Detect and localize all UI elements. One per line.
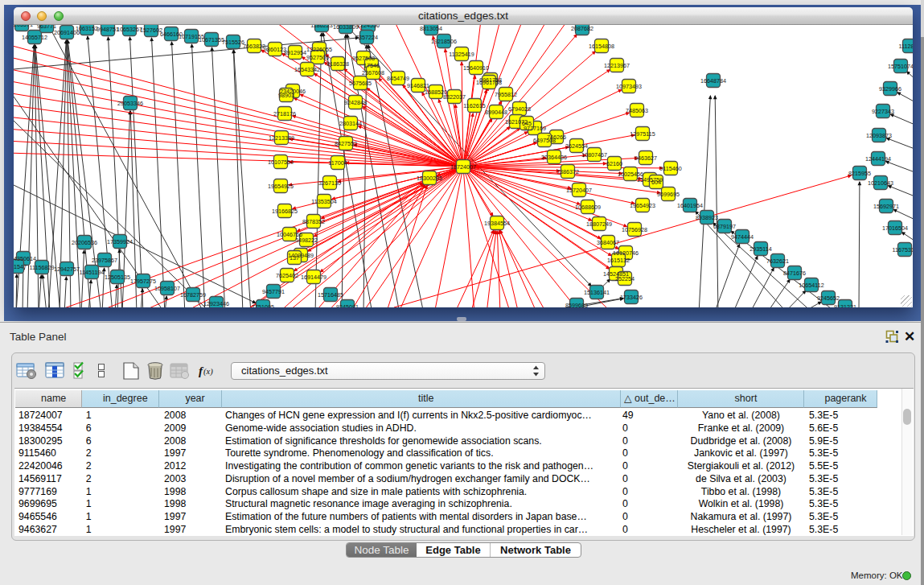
svg-text:20364436: 20364436 — [541, 154, 567, 161]
svg-text:1162615: 1162615 — [463, 102, 485, 109]
svg-text:3684067: 3684067 — [597, 239, 619, 246]
svg-text:12444194: 12444194 — [865, 155, 891, 163]
svg-text:19166825: 19166825 — [272, 208, 298, 215]
svg-text:15136141: 15136141 — [584, 289, 610, 296]
svg-text:3267130: 3267130 — [318, 179, 341, 187]
svg-text:12093873: 12093873 — [866, 132, 892, 139]
svg-text:7386372: 7386372 — [556, 168, 579, 175]
svg-text:23975867: 23975867 — [92, 257, 117, 264]
svg-text:16961758: 16961758 — [476, 79, 502, 86]
svg-text:10210643: 10210643 — [868, 179, 893, 187]
svg-text:17359924: 17359924 — [107, 238, 133, 245]
svg-text:18300295: 18300295 — [417, 175, 442, 182]
svg-text:16648784: 16648784 — [700, 77, 726, 84]
svg-text:9948751: 9948751 — [97, 26, 119, 33]
svg-text:10958107: 10958107 — [154, 285, 180, 292]
svg-text:10688609: 10688609 — [575, 204, 601, 211]
svg-text:604: 604 — [651, 179, 661, 186]
svg-text:8215955: 8215955 — [848, 170, 871, 177]
svg-text:15716485: 15716485 — [318, 291, 343, 299]
svg-text:15751074: 15751074 — [888, 63, 913, 70]
svg-text:10756928: 10756928 — [622, 226, 647, 233]
svg-text:12213967: 12213967 — [604, 62, 630, 69]
svg-text:9474444: 9474444 — [731, 233, 754, 241]
svg-text:7632621: 7632621 — [766, 257, 789, 265]
svg-text:10671355: 10671355 — [199, 36, 224, 43]
svg-text:8471676: 8471676 — [783, 270, 806, 277]
svg-text:6879197: 6879197 — [713, 223, 736, 230]
svg-text:11325419: 11325419 — [449, 51, 474, 58]
svg-text:8938923: 8938923 — [696, 214, 718, 221]
svg-text:2224556: 2224556 — [357, 25, 380, 29]
svg-text:18807249: 18807249 — [586, 220, 612, 228]
svg-text:7357224: 7357224 — [355, 34, 378, 41]
svg-text:10973493: 10973493 — [616, 83, 642, 90]
svg-text:20206536: 20206536 — [72, 239, 97, 246]
svg-text:16914479: 16914479 — [301, 274, 326, 281]
svg-text:2803144: 2803144 — [339, 120, 362, 127]
svg-text:1205571: 1205571 — [14, 25, 33, 28]
svg-text:1615132: 1615132 — [607, 257, 630, 264]
svg-text:1112864: 1112864 — [899, 43, 913, 50]
svg-text:8454749: 8454749 — [387, 75, 409, 82]
svg-text:1527602: 1527602 — [140, 27, 162, 34]
svg-text:62160: 62160 — [606, 160, 622, 167]
svg-text:2718176: 2718176 — [273, 110, 296, 117]
svg-text:117004: 117004 — [328, 159, 347, 167]
svg-text:19654925: 19654925 — [268, 183, 294, 190]
svg-text:7663822: 7663822 — [243, 43, 265, 50]
svg-text:12975115: 12975115 — [630, 130, 655, 138]
svg-text:12942757: 12942757 — [54, 266, 80, 273]
svg-text:9227343: 9227343 — [872, 108, 894, 115]
svg-text:3624554: 3624554 — [565, 142, 588, 150]
svg-text:12923446: 12923446 — [203, 300, 229, 307]
svg-text:137: 137 — [290, 254, 299, 262]
svg-text:15692971: 15692971 — [873, 203, 899, 210]
svg-text:645: 645 — [522, 120, 532, 127]
svg-text:15720407: 15720407 — [566, 187, 592, 194]
svg-text:10107554: 10107554 — [268, 159, 294, 166]
svg-text:8878352: 8878352 — [302, 218, 325, 225]
svg-text:18724007: 18724007 — [450, 163, 476, 171]
svg-text:19218506: 19218506 — [431, 38, 457, 45]
svg-text:8186328: 8186328 — [326, 60, 349, 68]
svg-text:17016504: 17016504 — [882, 225, 908, 232]
svg-text:15640910: 15640910 — [463, 64, 489, 72]
svg-text:9463627: 9463627 — [634, 154, 657, 162]
svg-text:14055712: 14055712 — [22, 34, 47, 41]
svg-text:2087682: 2087682 — [571, 25, 593, 32]
svg-text:11451194: 11451194 — [80, 269, 105, 276]
svg-text:11156829: 11156829 — [30, 264, 55, 271]
svg-text:7625402: 7625402 — [276, 272, 298, 279]
svg-text:9245652: 9245652 — [817, 295, 840, 302]
svg-text:3498222: 3498222 — [295, 237, 318, 244]
svg-text:9527505: 9527505 — [306, 54, 329, 61]
svg-text:1733426: 1733426 — [620, 294, 643, 301]
svg-text:1186223: 1186223 — [310, 25, 332, 29]
svg-text:7955812: 7955812 — [495, 91, 517, 98]
svg-text:10807467: 10807467 — [581, 151, 607, 159]
svg-text:29053346: 29053346 — [117, 100, 143, 107]
svg-text:9329966: 9329966 — [879, 85, 901, 93]
svg-text:9115460: 9115460 — [659, 165, 681, 172]
svg-text:16154808: 16154808 — [589, 43, 614, 50]
svg-text:8599683: 8599683 — [565, 302, 588, 307]
svg-text:(x): (x) — [203, 367, 213, 377]
svg-text:8990448: 8990448 — [485, 109, 507, 116]
svg-text:98903: 98903 — [278, 92, 294, 99]
svg-text:16401954: 16401954 — [677, 202, 703, 209]
svg-text:10654112: 10654112 — [799, 282, 823, 289]
svg-text:9527508: 9527508 — [352, 55, 375, 62]
svg-text:13226055: 13226055 — [306, 46, 332, 53]
svg-text:19654923: 19654923 — [630, 202, 655, 209]
svg-text:11675311: 11675311 — [893, 246, 913, 253]
svg-text:1063152: 1063152 — [76, 25, 98, 32]
svg-text:16782759: 16782759 — [180, 291, 206, 299]
svg-text:9457791: 9457791 — [262, 288, 285, 295]
svg-text:12213389: 12213389 — [269, 134, 294, 142]
svg-text:9242848: 9242848 — [344, 99, 367, 106]
svg-text:6794028: 6794028 — [508, 105, 531, 113]
svg-text:10653267: 10653267 — [117, 26, 142, 33]
svg-text:391547: 391547 — [14, 263, 27, 270]
svg-text:9245081: 9245081 — [336, 303, 359, 307]
